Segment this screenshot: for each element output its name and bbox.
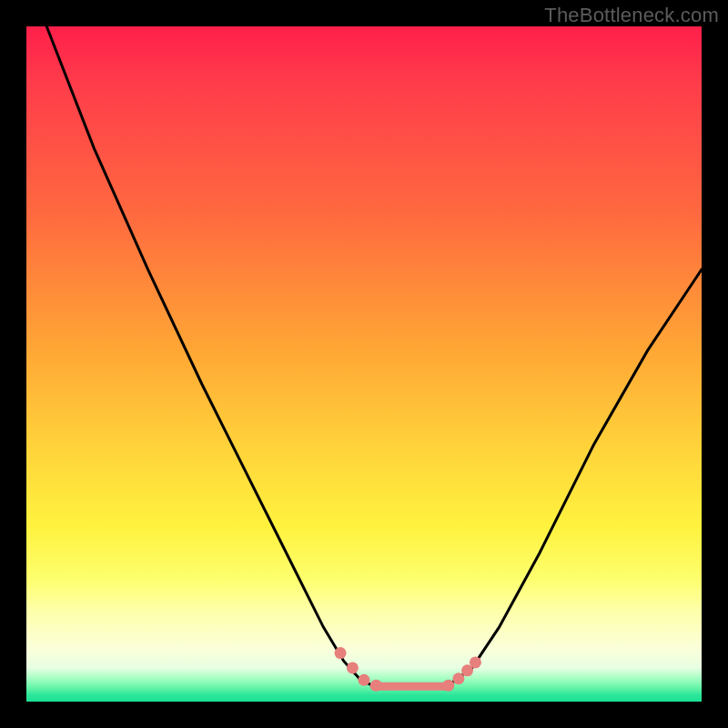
data-marker (442, 680, 454, 692)
outer-frame: TheBottleneck.com (0, 0, 728, 728)
data-marker (370, 680, 382, 692)
chart-svg (26, 26, 702, 702)
watermark-text: TheBottleneck.com (544, 4, 719, 27)
data-marker (452, 672, 464, 684)
data-marker (470, 656, 481, 668)
data-marker (347, 662, 359, 673)
data-marker (335, 647, 347, 659)
curve-layer (46, 26, 702, 688)
data-marker (359, 674, 370, 686)
bottleneck-curve (46, 26, 702, 688)
plot-area (26, 26, 702, 702)
